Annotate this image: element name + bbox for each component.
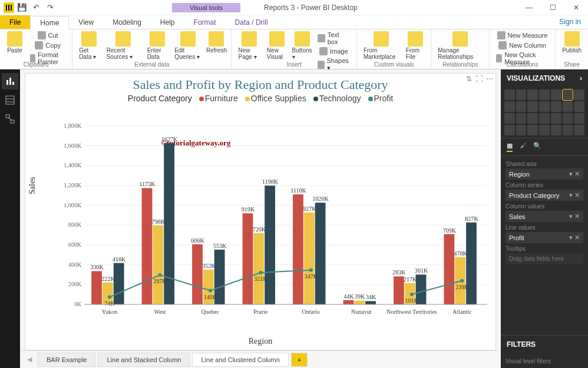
legend-profit: Profit xyxy=(374,94,394,103)
remove-icon[interactable]: ▾ ✕ xyxy=(569,191,580,199)
minimize-button[interactable]: — xyxy=(517,0,541,15)
textbox-button[interactable]: Text box xyxy=(316,31,352,46)
focus-icon[interactable]: ⛶ xyxy=(475,75,483,83)
viz-slicer-icon[interactable] xyxy=(527,125,538,135)
viz-custom-icon[interactable] xyxy=(574,125,584,135)
maximize-button[interactable]: ☐ xyxy=(541,0,564,15)
tab-home[interactable]: Home xyxy=(30,16,69,29)
from-file-button[interactable]: From File xyxy=(404,31,426,61)
chevron-right-icon[interactable]: › xyxy=(580,74,582,82)
new-column-button[interactable]: New Column xyxy=(494,41,551,50)
viz-table-icon[interactable] xyxy=(539,125,550,135)
column-series-field[interactable]: Product Category▾ ✕ xyxy=(506,190,583,201)
fields-tab[interactable]: ▦ xyxy=(507,142,513,152)
format-tab[interactable]: 🖌 xyxy=(520,142,526,152)
drill-icon[interactable]: ⇅ xyxy=(466,75,472,83)
viz-funnel-icon[interactable] xyxy=(551,113,561,124)
viz-stacked-bar-icon[interactable] xyxy=(504,89,515,100)
line-values-field[interactable]: Profit▾ ✕ xyxy=(506,232,583,243)
viz-scatter-icon[interactable] xyxy=(563,101,573,112)
viz-ribbon-icon[interactable] xyxy=(539,101,550,112)
report-view-button[interactable] xyxy=(2,73,18,89)
tab-modeling[interactable]: Modeling xyxy=(103,15,151,29)
viz-100-bar-icon[interactable] xyxy=(551,89,561,100)
legend-label: Product Category xyxy=(128,94,192,103)
svg-text:44K: 44K xyxy=(343,293,354,300)
cut-button[interactable]: Cut xyxy=(28,31,67,40)
x-axis-label: Region xyxy=(25,337,495,346)
remove-icon[interactable]: ▾ ✕ xyxy=(569,170,580,178)
page-nav-prev[interactable]: ◀ xyxy=(24,353,35,366)
manage-rel-label: Manage Relationships xyxy=(438,47,482,60)
contextual-tab-label: Visual tools xyxy=(172,3,240,12)
image-button[interactable]: Image xyxy=(316,47,352,56)
save-icon[interactable]: 💾 xyxy=(15,1,28,14)
viz-stacked-area-icon[interactable] xyxy=(527,101,538,112)
tab-data-drill[interactable]: Data / Drill xyxy=(226,15,278,29)
viz-donut-icon[interactable] xyxy=(504,113,515,124)
recent-sources-button[interactable]: Recent Sources ▾ xyxy=(105,31,142,61)
sign-in-link[interactable]: Sign in xyxy=(552,15,588,29)
viz-matrix-icon[interactable] xyxy=(551,125,561,135)
model-view-button[interactable] xyxy=(2,111,18,127)
new-page-button[interactable]: New Page ▾ xyxy=(236,31,261,61)
tooltips-placeholder[interactable]: Drag data fields here xyxy=(506,253,583,264)
data-view-button[interactable] xyxy=(2,92,18,108)
page-tab-add[interactable]: + xyxy=(291,353,308,367)
remove-icon[interactable]: ▾ ✕ xyxy=(569,213,580,220)
svg-text:200K: 200K xyxy=(68,281,82,287)
manage-relationships-button[interactable]: Manage Relationships xyxy=(436,31,484,61)
ribbon-group-custom-visuals: From Marketplace From File Custom visual… xyxy=(357,29,431,69)
chart-visual[interactable]: ⇅ ⛶ ⋯ Sales and Profit by Region and Pro… xyxy=(25,73,496,350)
viz-pie-icon[interactable] xyxy=(574,101,584,112)
page-tab-2[interactable]: Line and Stacked Column xyxy=(98,353,190,367)
column-values-field[interactable]: Sales▾ ✕ xyxy=(506,211,583,222)
viz-gauge-icon[interactable] xyxy=(563,113,573,124)
page-tab-1[interactable]: BAR Example xyxy=(38,353,95,367)
viz-stacked-column-icon[interactable] xyxy=(527,89,538,100)
viz-clustered-column-icon[interactable] xyxy=(539,89,550,100)
from-marketplace-button[interactable]: From Marketplace xyxy=(362,31,401,61)
enter-data-button[interactable]: Enter Data xyxy=(146,31,170,61)
page-tab-3[interactable]: Line and Clustered Column xyxy=(192,353,288,367)
viz-clustered-bar-icon[interactable] xyxy=(516,89,527,100)
edit-queries-button[interactable]: Edit Queries ▾ xyxy=(173,31,203,61)
viz-line-stacked-column-icon[interactable] xyxy=(574,89,584,100)
svg-rect-76 xyxy=(394,276,404,304)
viz-card-icon[interactable] xyxy=(574,113,584,124)
viz-area-icon[interactable] xyxy=(516,101,527,112)
remove-icon[interactable]: ▾ ✕ xyxy=(569,234,580,241)
tab-format[interactable]: Format xyxy=(184,15,226,29)
svg-rect-29 xyxy=(91,271,102,304)
viz-kpi-icon[interactable] xyxy=(516,125,527,135)
analytics-tab[interactable]: 🔍 xyxy=(533,142,541,152)
viz-waterfall-icon[interactable] xyxy=(551,101,561,112)
ribbon-group-insert: New Page ▾ New Visual Buttons ▾ Text box… xyxy=(232,29,356,69)
paste-button[interactable]: Paste xyxy=(5,31,25,54)
viz-r-icon[interactable] xyxy=(563,125,573,135)
new-visual-button[interactable]: New Visual xyxy=(265,31,289,61)
tab-file[interactable]: File xyxy=(0,15,30,29)
viz-line-icon[interactable] xyxy=(504,101,515,112)
copy-button[interactable]: Copy xyxy=(28,41,67,50)
redo-icon[interactable]: ↷ xyxy=(44,1,57,14)
viz-line-clustered-column-icon[interactable] xyxy=(563,89,573,100)
publish-button[interactable]: Publish xyxy=(560,31,583,54)
tab-help[interactable]: Help xyxy=(151,15,184,29)
close-button[interactable]: ✕ xyxy=(564,0,588,15)
viz-treemap-icon[interactable] xyxy=(516,113,527,124)
tab-view[interactable]: View xyxy=(69,15,103,29)
viz-multi-card-icon[interactable] xyxy=(504,125,515,135)
viz-filled-map-icon[interactable] xyxy=(539,113,550,124)
more-icon[interactable]: ⋯ xyxy=(486,75,493,83)
get-data-button[interactable]: Get Data ▾ xyxy=(77,31,101,61)
shared-axis-field[interactable]: Region▾ ✕ xyxy=(506,168,583,180)
ribbon-group-external-data: Get Data ▾ Recent Sources ▾ Enter Data E… xyxy=(72,29,232,69)
buttons-button[interactable]: Buttons ▾ xyxy=(292,31,312,61)
quick-access-toolbar: 💾 ↶ ↷ xyxy=(0,0,60,15)
refresh-button[interactable]: Refresh xyxy=(206,31,226,54)
new-measure-button[interactable]: New Measure xyxy=(494,31,551,40)
undo-icon[interactable]: ↶ xyxy=(29,1,42,14)
viz-map-icon[interactable] xyxy=(527,113,538,124)
svg-text:Yukon: Yukon xyxy=(102,309,117,315)
